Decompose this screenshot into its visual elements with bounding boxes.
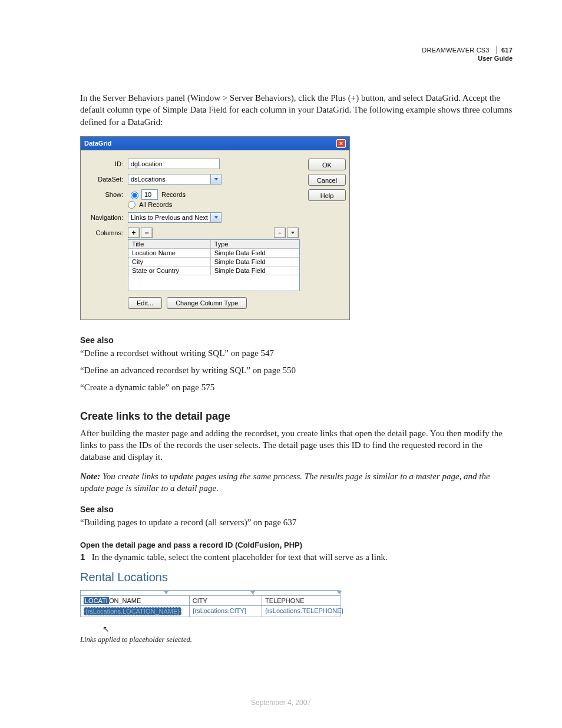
page-number: 617 [496, 46, 513, 54]
see-also-link[interactable]: “Define a recordset without writing SQL”… [80, 348, 513, 358]
note-label: Note: [80, 472, 100, 481]
add-column-button[interactable]: + [128, 228, 140, 238]
footer-date: September 4, 2007 [0, 699, 562, 707]
ok-button[interactable]: OK [308, 159, 346, 170]
step-text: In the dynamic table, select the content… [92, 552, 388, 562]
selected-placeholder[interactable]: {rsLocations.LOCATION_NAME} [84, 607, 181, 615]
rental-col-header: TELEPHONE [262, 595, 340, 605]
placeholder[interactable]: {rsLocations.TELEPHONE} [262, 605, 340, 617]
guide-subtitle: User Guide [422, 54, 513, 62]
rental-table: LOCATION_NAME CITY TELEPHONE {rsLocation… [80, 590, 340, 617]
figure-caption: Links applied to placeholder selected. [80, 635, 513, 644]
see-also-heading: See also [80, 335, 513, 345]
chevron-down-icon[interactable] [210, 212, 222, 223]
section-paragraph: After building the master page and addin… [80, 427, 513, 463]
cancel-button[interactable]: Cancel [308, 174, 346, 186]
see-also-link[interactable]: “Define an advanced recordset by writing… [80, 365, 513, 375]
navigation-select[interactable] [128, 212, 210, 223]
all-records-radio[interactable] [128, 201, 135, 209]
section-heading: Create links to the detail page [80, 410, 513, 423]
move-down-button[interactable] [287, 228, 299, 238]
all-records-label: All Records [139, 201, 172, 208]
columns-table[interactable]: Title Type Location Name Simple Data Fie… [128, 239, 300, 291]
rental-col-header: LOCATION_NAME [81, 595, 190, 605]
dialog-title-text: DataGrid [84, 140, 111, 147]
table-row: City Simple Data Field [128, 257, 299, 266]
table-handle-row [81, 591, 340, 595]
change-column-type-button[interactable]: Change Column Type [167, 297, 247, 309]
edit-button[interactable]: Edit... [128, 297, 162, 309]
help-button[interactable]: Help [308, 189, 346, 201]
dataset-label: DataSet: [89, 176, 123, 183]
id-input[interactable] [128, 159, 220, 169]
move-up-button[interactable] [274, 228, 286, 238]
placeholder[interactable]: {rsLocations.CITY} [190, 605, 262, 617]
col-header-title: Title [128, 240, 210, 249]
rental-page-title: Rental Locations [80, 571, 513, 584]
rental-col-header: CITY [190, 595, 262, 605]
step-number: 1 [80, 552, 90, 562]
dataset-select[interactable] [128, 174, 210, 185]
dialog-titlebar[interactable]: DataGrid × [81, 137, 349, 150]
show-label: Show: [89, 191, 123, 198]
subsection-heading: Open the detail page and pass a record I… [80, 541, 513, 549]
col-header-type: Type [210, 240, 299, 249]
note-body: You create links to update pages using t… [80, 472, 490, 493]
navigation-label: Navigation: [89, 214, 123, 221]
see-also-link[interactable]: “Building pages to update a record (all … [80, 518, 513, 528]
note: Note: You create links to update pages u… [80, 470, 513, 495]
page-header: DREAMWEAVER CS3 617 User Guide [422, 46, 513, 63]
close-icon[interactable]: × [336, 139, 346, 148]
table-row: Location Name Simple Data Field [128, 248, 299, 257]
cursor-arrow-icon: ↖ [103, 624, 513, 634]
see-also-link[interactable]: “Create a dynamic table” on page 575 [80, 383, 513, 393]
columns-label: Columns: [89, 229, 123, 236]
datagrid-dialog: DataGrid × ID: DataSet: [80, 136, 350, 320]
show-n-records-radio[interactable] [131, 192, 138, 199]
table-row: State or Country Simple Data Field [128, 266, 299, 275]
see-also-heading: See also [80, 505, 513, 514]
resize-handle-icon[interactable] [337, 591, 342, 594]
id-label: ID: [89, 160, 123, 167]
intro-paragraph: In the Server Behaviors panel (Window > … [80, 92, 513, 128]
chevron-down-icon[interactable] [210, 174, 222, 185]
remove-column-button[interactable]: − [141, 228, 153, 238]
step-line: 1 In the dynamic table, select the conte… [80, 552, 513, 562]
records-label: Records [161, 191, 186, 198]
product-name: DREAMWEAVER CS3 [422, 47, 489, 54]
records-count-input[interactable] [141, 189, 158, 200]
